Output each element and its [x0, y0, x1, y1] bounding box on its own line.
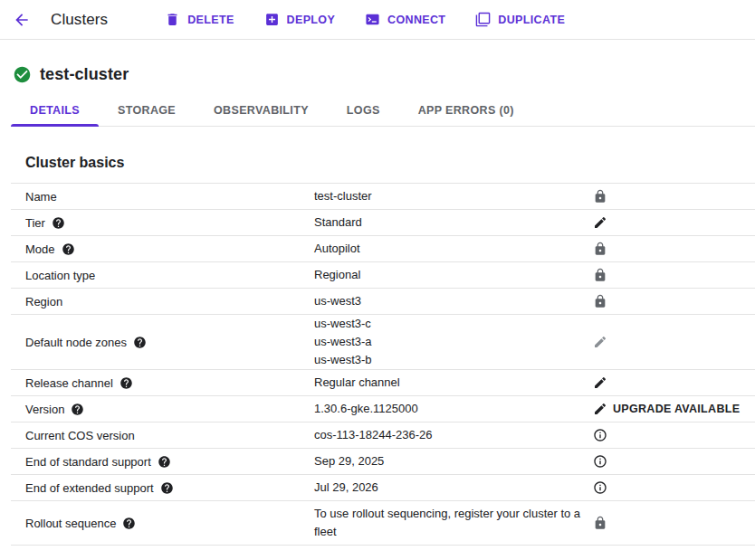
row-value-line: Regular channel — [314, 374, 588, 392]
cluster-heading: test-cluster — [0, 40, 755, 85]
row-value: Sep 29, 2025 — [314, 449, 593, 474]
header-actions: DELETE DEPLOY CONNECT DUPLICATE — [165, 6, 565, 33]
row-region: Region us-west3 — [11, 289, 755, 315]
row-current-cos-version: Current COS version cos-113-18244-236-26 — [11, 422, 755, 449]
tab-observability[interactable]: OBSERVABILITY — [195, 94, 328, 126]
row-value: Standard — [314, 210, 593, 235]
row-tier: Tier Standard — [11, 210, 755, 236]
row-value-line: us-west3-b — [314, 351, 588, 369]
deploy-button-label: DEPLOY — [287, 14, 336, 26]
help-icon[interactable] — [160, 481, 174, 495]
row-value-line: us-west3-c — [314, 315, 588, 333]
info-icon[interactable] — [593, 454, 607, 469]
row-label: Current COS version — [25, 429, 135, 442]
row-value: cos-113-18244-236-26 — [314, 422, 593, 448]
lock-icon — [593, 268, 607, 282]
help-icon[interactable] — [62, 242, 75, 256]
info-icon[interactable] — [593, 428, 607, 442]
row-value: Autopilot — [314, 236, 593, 261]
row-value-line: cos-113-18244-236-26 — [314, 426, 588, 444]
connect-button[interactable]: CONNECT — [365, 6, 445, 33]
edit-icon[interactable] — [593, 402, 607, 416]
delete-button-label: DELETE — [187, 14, 234, 26]
row-value: us-west3-cus-west3-aus-west3-b — [314, 315, 593, 369]
tab-logs[interactable]: LOGS — [328, 94, 399, 126]
row-label: Default node zones — [25, 336, 127, 349]
row-value-line: Jul 29, 2026 — [314, 479, 588, 497]
row-value-line: To use rollout sequencing, register your… — [314, 505, 588, 541]
row-value-line: test-cluster — [314, 187, 588, 205]
trash-icon — [165, 12, 180, 27]
terminal-icon — [365, 12, 380, 27]
edit-icon[interactable] — [593, 375, 607, 390]
check-circle-icon — [13, 65, 32, 84]
row-mode: Mode Autopilot — [11, 236, 755, 262]
row-value: test-cluster — [314, 184, 593, 209]
row-end-of-extended-support: End of extended support Jul 29, 2026 — [11, 475, 755, 501]
row-value-line: 1.30.6-gke.1125000 — [314, 400, 588, 418]
row-value-line: Regional — [314, 266, 588, 284]
deploy-button[interactable]: DEPLOY — [264, 6, 336, 33]
row-label: Name — [25, 190, 57, 204]
edit-icon[interactable] — [593, 215, 607, 230]
duplicate-button-label: DUPLICATE — [498, 14, 565, 26]
row-label: Rollout sequence — [25, 517, 116, 530]
row-value: Regular channel — [314, 370, 593, 395]
row-value-line: Standard — [314, 214, 588, 232]
help-icon[interactable] — [119, 376, 133, 390]
page-title: Clusters — [51, 11, 108, 29]
help-icon[interactable] — [52, 216, 65, 230]
duplicate-button[interactable]: DUPLICATE — [475, 6, 565, 33]
row-end-of-standard-support: End of standard support Sep 29, 2025 — [11, 449, 755, 475]
row-value: To use rollout sequencing, register your… — [314, 501, 593, 545]
row-location-type: Location type Regional — [11, 262, 755, 289]
lock-icon — [593, 516, 607, 530]
row-label: Version — [25, 403, 64, 416]
row-label: End of standard support — [25, 455, 151, 469]
lock-icon — [593, 189, 607, 204]
tab-storage[interactable]: STORAGE — [99, 94, 195, 126]
help-icon[interactable] — [71, 403, 84, 416]
row-value-line: us-west3 — [314, 292, 588, 310]
row-value-line: us-west3-a — [314, 333, 588, 351]
row-value-line: Sep 29, 2025 — [314, 452, 588, 470]
info-icon[interactable] — [593, 480, 607, 495]
row-rollout-sequence: Rollout sequence To use rollout sequenci… — [11, 501, 755, 546]
row-value: Regional — [314, 262, 593, 288]
row-value: Jul 29, 2026 — [314, 475, 593, 500]
copy-icon — [475, 12, 491, 27]
help-icon[interactable] — [158, 455, 171, 469]
back-button[interactable] — [4, 2, 40, 38]
help-icon[interactable] — [133, 336, 147, 349]
row-label: Release channel — [25, 376, 113, 390]
row-default-node-zones: Default node zones us-west3-cus-west3-au… — [11, 315, 755, 370]
connect-button-label: CONNECT — [387, 14, 445, 26]
arrow-back-icon — [13, 11, 31, 29]
row-name: Name test-cluster — [11, 184, 755, 210]
tab-details[interactable]: DETAILS — [11, 94, 99, 126]
help-icon[interactable] — [122, 517, 136, 530]
row-label: Region — [25, 295, 62, 308]
deploy-icon — [264, 12, 280, 27]
row-label: Mode — [25, 242, 55, 256]
cluster-name: test-cluster — [40, 65, 129, 84]
delete-button[interactable]: DELETE — [165, 6, 234, 33]
top-app-bar: Clusters DELETE DEPLOY CONNECT DUPLICATE — [0, 0, 755, 40]
row-version: Version 1.30.6-gke.1125000 UPGRADE AVAIL… — [11, 396, 755, 422]
row-release-channel: Release channel Regular channel — [11, 370, 755, 396]
row-label: Tier — [25, 216, 45, 230]
edit-icon — [593, 335, 607, 349]
section-title: Cluster basics — [25, 152, 755, 174]
row-label: End of extended support — [25, 481, 154, 495]
row-value: 1.30.6-gke.1125000 — [314, 396, 593, 422]
lock-icon — [593, 294, 607, 308]
cluster-basics-table: Name test-cluster Tier Standard Mode Aut… — [11, 183, 755, 546]
lock-icon — [593, 242, 607, 256]
row-label: Location type — [25, 269, 95, 282]
row-value-line: Autopilot — [314, 240, 588, 258]
row-value: us-west3 — [314, 289, 593, 314]
cluster-details-page: test-cluster DETAILSSTORAGEOBSERVABILITY… — [0, 40, 755, 546]
tab-app-errors-0[interactable]: APP ERRORS (0) — [399, 94, 533, 126]
tab-bar: DETAILSSTORAGEOBSERVABILITYLOGSAPP ERROR… — [11, 94, 755, 127]
upgrade-available-link[interactable]: UPGRADE AVAILABLE — [613, 403, 740, 415]
